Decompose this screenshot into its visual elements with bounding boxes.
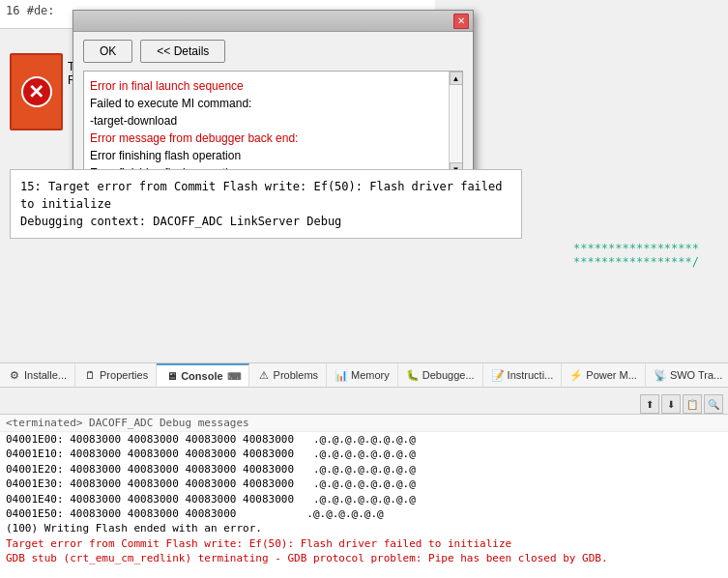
- console-line-1: 04001E10: 40083000 40083000 40083000 400…: [0, 447, 728, 461]
- ok-button[interactable]: OK: [83, 40, 132, 63]
- installer-icon: ⚙: [8, 368, 21, 382]
- scrollbar-up[interactable]: ▲: [450, 72, 463, 85]
- bottom-error-panel: 15: Target error from Commit Flash write…: [10, 169, 522, 239]
- console-tab-symbol: ⌨: [227, 371, 241, 382]
- memory-icon: 📊: [335, 368, 348, 382]
- toolbar-btn-2[interactable]: ⬇: [661, 394, 681, 414]
- console-line-8: GDB stub (crt_emu_cm_redlink) terminatin…: [0, 551, 728, 565]
- tab-properties-label: Properties: [100, 369, 148, 381]
- console-line-0: 04001E00: 40083000 40083000 40083000 400…: [0, 432, 728, 447]
- tab-memory-label: Memory: [351, 369, 390, 381]
- tab-properties[interactable]: 🗒 Properties: [75, 363, 157, 387]
- bottom-text1: 15: Target error from Commit Flash write…: [20, 178, 511, 213]
- tab-installer-label: Installe...: [24, 369, 67, 381]
- tab-instructi-label: Instructi...: [508, 369, 554, 381]
- console-line-4: 04001E40: 40083000 40083000 40083000 400…: [0, 492, 728, 506]
- dialog-titlebar: ✕: [73, 11, 473, 32]
- bottom-text2: Debugging context: DACOFF_ADC LinkServer…: [20, 213, 511, 230]
- tab-console-label: Console: [181, 370, 222, 382]
- console-line-5: 04001E50: 40083000 40083000 40083000 .@.…: [0, 506, 728, 521]
- dialog-button-row: OK << Details: [73, 32, 473, 67]
- properties-icon: 🗒: [83, 368, 97, 382]
- error-line4: Error message from debugger back end:: [90, 130, 443, 147]
- problems-icon: ⚠: [257, 368, 271, 382]
- console-area: <terminated> DACOFF_ADC Debug messages 0…: [0, 414, 728, 578]
- error-line3: -target-download: [90, 112, 443, 130]
- dialog-text: Error in final launch sequence Failed to…: [84, 72, 462, 177]
- console-line-3: 04001E30: 40083000 40083000 40083000 400…: [0, 477, 728, 491]
- toolbar-row: ⬆ ⬇ 📋 🔍: [640, 394, 723, 414]
- tab-swotrace[interactable]: 📡 SWO Tra...: [646, 363, 728, 387]
- dialog-scrollbar[interactable]: ▲ ▼: [449, 72, 462, 176]
- tab-memory[interactable]: 📊 Memory: [327, 363, 398, 387]
- tab-powerm-label: Power M...: [586, 369, 637, 381]
- tab-problems-label: Problems: [274, 369, 318, 381]
- tab-installer[interactable]: ⚙ Installe...: [0, 363, 75, 387]
- toolbar-btn-1[interactable]: ⬆: [640, 394, 659, 414]
- error-main-text: Error in final launch sequence: [90, 77, 443, 95]
- error-line5: Error finishing flash operation: [90, 147, 443, 164]
- error-line2: Failed to execute MI command:: [90, 95, 443, 112]
- dialog-close-button[interactable]: ✕: [453, 14, 469, 29]
- tab-debugger[interactable]: 🐛 Debugge...: [398, 363, 483, 387]
- powerm-icon: ⚡: [569, 368, 583, 382]
- console-line-2: 04001E20: 40083000 40083000 40083000 400…: [0, 462, 728, 477]
- tab-debugger-label: Debugge...: [422, 369, 475, 381]
- toolbar-btn-3[interactable]: 📋: [683, 394, 702, 414]
- toolbar-btn-4[interactable]: 🔍: [704, 394, 723, 414]
- dialog-error-content: Error in final launch sequence Failed to…: [83, 71, 463, 177]
- console-icon: 🖥: [164, 369, 178, 383]
- debugger-icon: 🐛: [406, 368, 420, 382]
- tab-instructi[interactable]: 📝 Instructi...: [483, 363, 563, 387]
- tab-swotrace-label: SWO Tra...: [670, 369, 722, 381]
- console-line-7: Target error from Commit Flash write: Ef…: [0, 536, 728, 551]
- console-terminated-label: <terminated> DACOFF_ADC Debug messages: [0, 415, 728, 432]
- tab-powerm[interactable]: ⚡ Power M...: [562, 363, 646, 387]
- tab-console[interactable]: 🖥 Console ⌨: [157, 363, 248, 387]
- tab-problems[interactable]: ⚠ Problems: [249, 363, 327, 387]
- instructi-icon: 📝: [491, 368, 505, 382]
- tabs-bar: ⚙ Installe... 🗒 Properties 🖥 Console ⌨ ⚠…: [0, 362, 728, 388]
- swotrace-icon: 📡: [654, 368, 667, 382]
- details-button[interactable]: << Details: [140, 40, 225, 63]
- console-line-6: (100) Writing Flash ended with an error.: [0, 521, 728, 535]
